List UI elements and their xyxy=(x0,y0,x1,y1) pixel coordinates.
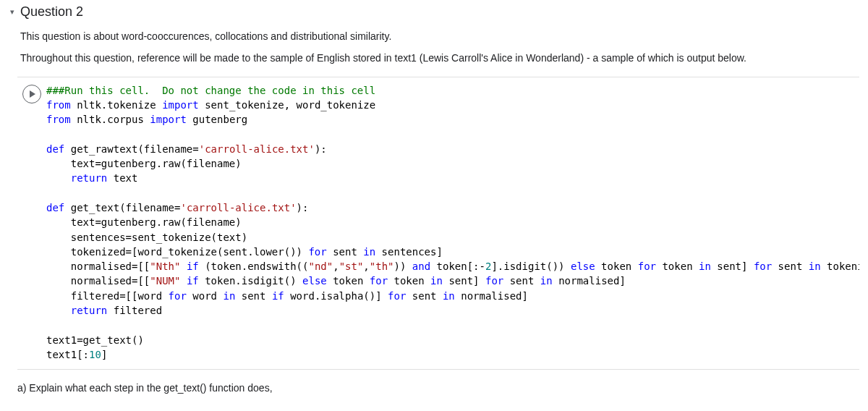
code-token: ): xyxy=(297,202,309,213)
code-token xyxy=(180,275,186,287)
code-token: word xyxy=(187,290,224,302)
code-token: normalised] xyxy=(553,275,626,287)
code-token: sent] xyxy=(443,275,485,287)
code-token: in xyxy=(430,275,443,287)
code-token xyxy=(46,172,71,184)
code-token: import xyxy=(150,114,187,125)
code-token: in xyxy=(363,246,375,258)
code-token: "NUM" xyxy=(150,275,180,287)
code-token: if xyxy=(272,290,284,302)
code-token: text1=get_text() xyxy=(46,334,144,346)
code-token: from xyxy=(46,114,71,125)
intro-paragraph-2: Throughout this question, reference will… xyxy=(9,50,859,66)
run-gutter xyxy=(17,83,46,363)
code-token: normalised=[[ xyxy=(46,260,150,272)
section-header: ▾ Question 2 xyxy=(9,0,859,25)
code-token: for xyxy=(754,260,772,272)
code-token: def xyxy=(46,143,64,155)
code-token: in xyxy=(443,290,455,302)
code-token: token[:- xyxy=(430,260,485,272)
code-token: for xyxy=(370,275,388,287)
code-editor[interactable]: ###Run this cell. Do not change the code… xyxy=(46,83,859,363)
code-token: sentences=sent_tokenize(text) xyxy=(46,232,247,243)
code-token: Do not change the code in this cell xyxy=(150,85,375,96)
code-token: sent xyxy=(235,290,272,302)
code-token: 10 xyxy=(89,349,101,360)
intro-paragraph-1: This question is about word-cooccurences… xyxy=(9,28,859,44)
code-token: sentences] xyxy=(375,246,443,258)
code-token: in xyxy=(699,260,711,272)
code-token: sent xyxy=(406,290,443,302)
code-token: sent xyxy=(772,260,809,272)
code-token: token xyxy=(327,275,370,287)
code-token: for xyxy=(169,290,187,302)
code-token: , xyxy=(333,260,339,272)
code-token: token xyxy=(595,260,638,272)
code-token: ].isdigit()) xyxy=(491,260,571,272)
code-token: "th" xyxy=(370,260,394,272)
code-token: sent_tokenize, word_tokenize xyxy=(199,99,375,111)
code-token: return xyxy=(71,305,108,316)
code-token: ###Run this cell. xyxy=(46,85,150,96)
run-button[interactable] xyxy=(22,85,41,103)
code-token xyxy=(180,260,186,272)
code-token: in xyxy=(540,275,553,287)
code-token: ] xyxy=(101,349,107,360)
code-token: gutenberg xyxy=(187,114,247,125)
code-token: for xyxy=(485,275,503,287)
code-token: token xyxy=(656,260,699,272)
code-token: text=gutenberg.raw(filename) xyxy=(46,158,242,169)
code-token: in xyxy=(223,290,235,302)
code-token: return xyxy=(71,172,108,184)
collapse-toggle[interactable]: ▾ xyxy=(9,7,16,17)
code-token: normalised=[[ xyxy=(46,275,150,287)
code-token: else xyxy=(571,260,595,272)
code-token: word.isalpha()] xyxy=(284,290,388,302)
code-token: in xyxy=(809,260,821,272)
code-token: "Nth" xyxy=(150,260,180,272)
code-token: filtered=[[word xyxy=(46,290,169,302)
code-token: , xyxy=(363,260,369,272)
code-token: tokenized] xyxy=(821,260,859,272)
code-token: 'carroll-alice.txt' xyxy=(199,143,315,155)
code-token: for xyxy=(308,246,326,258)
code-token: text1[: xyxy=(46,349,89,360)
code-token: "nd" xyxy=(308,260,333,272)
code-token: if xyxy=(187,275,199,287)
code-token: for xyxy=(638,260,656,272)
code-token: (token.endswith(( xyxy=(199,260,309,272)
code-token: sent xyxy=(327,246,364,258)
chevron-down-icon: ▾ xyxy=(10,6,14,19)
code-token: from xyxy=(46,99,71,111)
subquestion-a: a) Explain what each step in the get_tex… xyxy=(9,370,859,396)
question-title: Question 2 xyxy=(20,1,83,22)
code-token: 'carroll-alice.txt' xyxy=(180,202,296,213)
code-token: sent] xyxy=(711,260,754,272)
code-token: sent xyxy=(503,275,540,287)
code-token: text=gutenberg.raw(filename) xyxy=(46,216,242,228)
code-token: def xyxy=(46,202,64,213)
code-token: import xyxy=(162,99,199,111)
code-token: normalised] xyxy=(455,290,528,302)
code-token: token.isdigit() xyxy=(199,275,302,287)
code-token: ): xyxy=(315,143,327,155)
code-token: and xyxy=(412,260,430,272)
code-token: )) xyxy=(394,260,412,272)
code-token: filtered xyxy=(107,305,162,316)
code-token xyxy=(46,305,71,316)
code-token: "st" xyxy=(339,260,364,272)
code-token: get_text(filename= xyxy=(64,202,180,213)
code-token: else xyxy=(302,275,327,287)
code-token: if xyxy=(187,260,199,272)
code-token: get_rawtext(filename= xyxy=(64,143,198,155)
code-token: for xyxy=(388,290,406,302)
code-token: text xyxy=(107,172,137,184)
code-token: nltk.tokenize xyxy=(71,99,162,111)
code-token: nltk.corpus xyxy=(71,114,150,125)
code-token: tokenized=[word_tokenize(sent.lower()) xyxy=(46,246,308,258)
play-icon xyxy=(29,90,36,98)
code-token: token xyxy=(388,275,430,287)
notebook-container: ▾ Question 2 This question is about word… xyxy=(0,0,868,405)
code-cell[interactable]: ###Run this cell. Do not change the code… xyxy=(17,77,859,370)
